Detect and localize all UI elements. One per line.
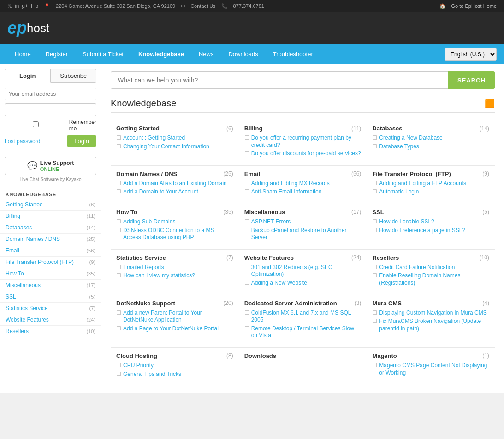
kb-article-link[interactable]: CPU Priority xyxy=(123,362,154,369)
kb-section-title: Website Features (24) xyxy=(244,254,362,261)
twitter-icon[interactable]: 𝕏 xyxy=(7,3,12,9)
kb-article-link[interactable]: Do you offer a recurring payment plan by… xyxy=(251,135,362,149)
kb-article-link[interactable]: 301 and 302 Redirects (e.g. SEO Optimiza… xyxy=(251,264,362,278)
kb-article-link[interactable]: Database Types xyxy=(379,143,419,151)
logo[interactable]: ep host xyxy=(7,18,49,38)
kb-article-link[interactable]: Do you offer discounts for pre-paid serv… xyxy=(251,150,361,158)
password-field[interactable] xyxy=(5,103,96,116)
googleplus-icon[interactable]: g+ xyxy=(22,3,28,9)
sidebar-kb-link[interactable]: Statistics Service xyxy=(6,305,89,311)
kb-section-title: Email (56) xyxy=(244,170,362,177)
kb-section-links: Adding Sub-DomainsDSN-less ODBC Connecti… xyxy=(116,218,233,241)
sidebar-kb-count: (6) xyxy=(89,202,95,207)
kb-article-link[interactable]: Enable Reselling Domain Names (Registrat… xyxy=(379,272,489,287)
list-item: ColdFusion MX 6.1 and 7.x and MS SQL 200… xyxy=(244,310,362,324)
pinterest-icon[interactable]: p xyxy=(35,3,38,9)
kb-section-count: (24) xyxy=(351,254,361,261)
nav-register[interactable]: Register xyxy=(38,44,75,64)
live-support-badge[interactable]: 💬 Live Support ONLINE xyxy=(5,157,96,175)
login-button[interactable]: Login xyxy=(67,135,96,147)
kb-article-link[interactable]: Add a Page to Your DotNetNuke Portal xyxy=(123,325,219,333)
sidebar-kb-count: (17) xyxy=(86,282,95,288)
kb-article-link[interactable]: How can I view my statistics? xyxy=(123,272,195,280)
sidebar-kb-link[interactable]: Miscellaneous xyxy=(6,282,86,288)
sidebar-kb-count: (7) xyxy=(89,305,95,311)
search-bar: SEARCH xyxy=(111,71,495,89)
nav-home[interactable]: Home xyxy=(7,44,38,64)
kb-article-link[interactable]: Add a Domain Alias to an Existing Domain xyxy=(123,180,227,187)
kb-article-link[interactable]: Adding and Editing MX Records xyxy=(251,180,330,187)
sidebar-kb-link[interactable]: Getting Started xyxy=(6,201,89,208)
kb-section-links: Adding and Editing a FTP AccountsAutomat… xyxy=(372,180,489,196)
kb-article-link[interactable]: Changing Your Contact Information xyxy=(123,143,209,151)
kb-article-link[interactable]: Adding a New Website xyxy=(251,280,307,287)
kb-article-link[interactable]: General Tips and Tricks xyxy=(123,371,181,378)
kb-section-title: How To (35) xyxy=(116,209,233,216)
kb-section-title: SSL (5) xyxy=(372,209,489,216)
login-tab[interactable]: Login xyxy=(5,69,51,83)
email-field[interactable] xyxy=(5,88,96,100)
nav-news[interactable]: News xyxy=(191,44,221,64)
kb-section-links: Creating a New DatabaseDatabase Types xyxy=(372,135,489,150)
kb-article-link[interactable]: Backup cPanel and Restore to Another Ser… xyxy=(251,227,362,241)
kb-article-link[interactable]: Add a Domain to Your Account xyxy=(123,188,198,196)
kb-article-link[interactable]: Remote Desktop / Terminal Services Slow … xyxy=(251,325,362,339)
kb-article-link[interactable]: How do I enable SSL? xyxy=(379,218,434,226)
remember-checkbox[interactable] xyxy=(5,121,67,127)
kb-article-link[interactable]: DSN-less ODBC Connection to a MS Access … xyxy=(123,227,233,241)
kb-article-link[interactable]: Credit Card Failure Notification xyxy=(379,264,455,271)
sidebar-kb-link[interactable]: Databases xyxy=(6,224,86,231)
kb-article-link[interactable]: Creating a New Database xyxy=(379,135,442,142)
kb-section-title: Domain Names / DNS (25) xyxy=(116,170,233,177)
kb-article-link[interactable]: Magento CMS Page Content Not Displaying … xyxy=(379,362,489,376)
kb-section-title: Miscellaneous (17) xyxy=(244,209,362,216)
sidebar-kb-item: Databases(14) xyxy=(0,222,101,234)
kb-article-link[interactable]: ASP.NET Errors xyxy=(251,218,291,226)
kb-article-link[interactable]: Add a new Parent Portal to Your DotNetNu… xyxy=(123,310,233,324)
sidebar-kb-link[interactable]: Domain Names / DNS xyxy=(6,236,86,242)
search-input[interactable] xyxy=(111,71,448,89)
kb-section-title: File Transfer Protocol (FTP) (9) xyxy=(372,170,489,177)
rss-icon[interactable]: 🟧 xyxy=(485,99,495,109)
kb-article-link[interactable]: Automatic Login xyxy=(379,188,419,196)
kb-section-title: Magento (1) xyxy=(372,352,489,359)
subscribe-tab[interactable]: Subscribe xyxy=(51,69,97,83)
facebook-icon[interactable]: f xyxy=(31,3,32,9)
nav-knowledgebase[interactable]: Knowledgebase xyxy=(131,44,191,64)
kb-article-link[interactable]: Emailed Reports xyxy=(123,264,164,271)
kb-article-link[interactable]: Displaying Custom Navigation in Mura CMS xyxy=(379,310,486,317)
sidebar-kb-link[interactable]: Website Features xyxy=(6,316,86,323)
sidebar-kb-link[interactable]: File Transfer Protocol (FTP) xyxy=(6,259,89,265)
linkedin-icon[interactable]: in xyxy=(15,3,19,9)
search-button[interactable]: SEARCH xyxy=(448,71,495,89)
kb-article-link[interactable]: Fix MuraCMS Broken Navigation (Update pa… xyxy=(379,318,489,332)
topbar: 𝕏 in g+ f p 📍 2204 Garnet Avenue Suite 3… xyxy=(0,0,504,12)
kb-article-link[interactable]: ColdFusion MX 6.1 and 7.x and MS SQL 200… xyxy=(251,310,362,324)
go-home-link[interactable]: Go to EpHost Home xyxy=(451,3,497,9)
sidebar-kb-link[interactable]: Email xyxy=(6,247,86,254)
sidebar-kb-link[interactable]: SSL xyxy=(6,293,89,300)
language-selector[interactable]: English (U.S.) xyxy=(445,48,497,61)
contact-us-link[interactable]: Contact Us xyxy=(190,3,215,9)
kb-section-count: (14) xyxy=(480,125,489,132)
phone-icon: 📞 xyxy=(221,3,228,9)
lost-password-link[interactable]: Lost password xyxy=(5,138,40,145)
kb-article-link[interactable]: Adding and Editing a FTP Accounts xyxy=(379,180,466,187)
kb-article-link[interactable]: How do I reference a page in SSL? xyxy=(379,227,465,234)
kb-section-title: Billing (11) xyxy=(244,125,362,132)
kb-section-count: (20) xyxy=(223,300,233,306)
kb-section-title: DotNetNuke Support (20) xyxy=(116,300,233,307)
list-item: General Tips and Tricks xyxy=(116,371,233,378)
nav-troubleshooter[interactable]: Troubleshooter xyxy=(266,44,320,64)
kb-title-row: Knowledgebase 🟧 xyxy=(111,98,495,113)
kb-article-link[interactable]: Adding Sub-Domains xyxy=(123,218,175,226)
nav-downloads[interactable]: Downloads xyxy=(221,44,265,64)
kb-article-link[interactable]: Account : Getting Started xyxy=(123,135,185,142)
sidebar-kb-link[interactable]: How To xyxy=(6,270,86,277)
language-dropdown[interactable]: English (U.S.) xyxy=(445,48,497,61)
nav-submit-ticket[interactable]: Submit a Ticket xyxy=(75,44,131,64)
sidebar-kb-link[interactable]: Resellers xyxy=(6,328,86,334)
kb-article-link[interactable]: Anti-Spam Email Information xyxy=(251,188,322,196)
phone-text: 877.374.6781 xyxy=(233,3,264,9)
sidebar-kb-link[interactable]: Billing xyxy=(6,213,86,219)
